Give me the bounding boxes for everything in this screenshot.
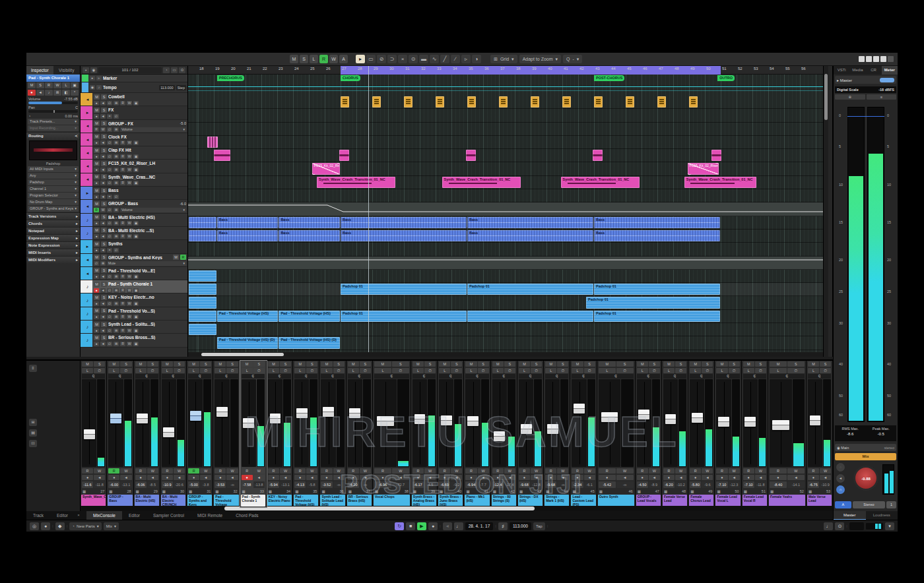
monitor-button[interactable]: ◄ (531, 475, 542, 480)
record-enable-button[interactable]: ● (188, 475, 199, 480)
monitor-button[interactable]: ◄ (174, 475, 185, 480)
split-tool-icon[interactable]: ⊘ (377, 55, 386, 63)
pan-control[interactable]: C (572, 374, 595, 379)
play-button[interactable]: ▶ (417, 522, 426, 530)
mixer-menu-icon[interactable]: ≡ (29, 365, 37, 372)
track-row-br-serious-bross-s[interactable]: ♪MSBR - Serious Bross...S)●◄∅⊞RW▣ (81, 334, 187, 347)
channel-name[interactable]: Female Lead Vocal R (742, 495, 767, 506)
channel-strip-29[interactable]: MSL∅CRW●◄-6.06-8.5▦29BA - Multi Electric… (134, 361, 160, 507)
clip-padshop-01[interactable]: Padshop 01 (594, 311, 720, 322)
fader-handle[interactable] (665, 414, 676, 424)
clip-notes[interactable] (372, 96, 381, 107)
listen-button[interactable]: L (294, 368, 306, 373)
meter-hold-icon[interactable]: ≡ (867, 94, 897, 100)
track-row-cowbell[interactable]: ◂MSCowbell●◄∅⊞RW▣ (81, 93, 187, 106)
fader-handle[interactable] (110, 414, 121, 423)
freeze-icon[interactable]: ▣ (133, 301, 139, 306)
record-enable-button[interactable]: ● (599, 475, 616, 480)
track-row-ba-multi-electric-hs[interactable]: ♪MSBA - Multi Electric (HS)●◄∅⊞RW▣ (81, 214, 187, 227)
mute-button[interactable]: M (294, 361, 306, 367)
routing-channel-1[interactable]: Channel 1▾ (28, 186, 79, 192)
write-automation-button[interactable]: W (424, 468, 436, 474)
write-automation-button[interactable]: W (820, 468, 831, 474)
write-automation-button[interactable]: W (253, 468, 265, 474)
fader-handle[interactable] (84, 429, 95, 439)
fader[interactable] (162, 379, 176, 467)
write-automation-button[interactable]: W (755, 468, 766, 474)
automation-m-button[interactable]: M (173, 255, 179, 260)
track-row-fc15-kit-02-riser-lh[interactable]: ◂MSFC15_Kit_02_Riser_LH●◄∅⊞RW▣ (81, 160, 187, 173)
erase-tool-icon[interactable]: × (398, 55, 407, 63)
channel-strip-30[interactable]: MSL∅CRW●◄-10.9-20.6▦30BA - Multi Electri… (160, 361, 187, 507)
freeze-icon[interactable]: ▣ (133, 315, 139, 319)
listen-button[interactable]: L (268, 368, 279, 373)
audio-activity-icon[interactable]: ◎ (30, 522, 39, 530)
routing-group-synths-and-keys[interactable]: GROUP - Synths and Keys▾ (28, 206, 79, 212)
track-row-clap-fx-hit[interactable]: ◂MSClap FX Hit●◄∅⊞RW▣ (81, 146, 187, 160)
arrangement-vertical-scrollbar[interactable] (823, 66, 828, 357)
monitor-button[interactable]: ◄ (787, 475, 805, 480)
clip-notes[interactable] (594, 96, 603, 107)
mute-button[interactable]: M (439, 361, 450, 367)
write-automation-button[interactable]: W (127, 274, 132, 279)
punch-points-icon[interactable]: ◆ (55, 522, 65, 530)
read-automation-button[interactable]: R (120, 154, 125, 159)
grid-type-dropdown[interactable]: Adapt to Zoom▾ (519, 55, 561, 63)
fader-handle[interactable] (521, 424, 532, 434)
monitor-button[interactable]: ◄ (100, 195, 106, 199)
record-enable-button[interactable]: ● (94, 195, 99, 199)
read-automation-button[interactable]: R (348, 468, 359, 474)
channel-name[interactable]: Female Chorus Lead (689, 495, 713, 506)
tab-editor[interactable]: Editor (122, 511, 147, 520)
read-automation-button[interactable]: R (439, 468, 450, 474)
mute-button[interactable]: M (321, 361, 332, 367)
listen-button[interactable]: L (716, 368, 727, 373)
track-row-key-noisy-electr-no[interactable]: ♪MSKEY - Noisy Electr...no●◄∅⊞RW▣ (81, 293, 187, 307)
write-automation-button[interactable]: W (127, 181, 132, 185)
bypass-icon[interactable]: ∅ (107, 168, 112, 172)
clip-pad[interactable] (189, 324, 216, 335)
inspector-icon-4[interactable]: ◧ (62, 90, 70, 96)
mute-button[interactable]: M (135, 361, 147, 367)
mute-button[interactable]: M (599, 361, 616, 367)
tab-master[interactable]: Master (834, 511, 866, 520)
write-automation-button[interactable]: W (200, 468, 211, 474)
clip-bass[interactable]: Bass (341, 217, 467, 228)
channel-name[interactable]: Strings - Mark 1 (HS) (544, 495, 569, 506)
fader[interactable] (439, 379, 453, 467)
channel-strip-42[interactable]: MSL∅CRW●◄-12.4-17.4▦42Strings - 80 Strin… (491, 361, 517, 507)
channel-strip-33[interactable]: MSL∅CRW●◄-7.58-13.8▦33Pad - Synth Choral… (240, 361, 267, 507)
tab-chord-pads[interactable]: Chord Pads (229, 511, 265, 520)
monitor-button[interactable]: ◄ (584, 475, 595, 480)
freeze-icon[interactable]: ▣ (133, 101, 139, 106)
clip-bass[interactable]: Bass (279, 217, 340, 228)
solo-button[interactable]: S (675, 361, 686, 367)
bypass-icon[interactable]: ∅ (107, 221, 112, 226)
mute-button[interactable]: M (94, 322, 100, 327)
channel-settings-icon[interactable]: ⊞ (114, 168, 119, 172)
channel-name[interactable]: Female Lead Vocal L (715, 495, 740, 506)
clip-stripes[interactable] (207, 137, 218, 148)
line-tool-icon[interactable]: ∕ (451, 55, 460, 63)
left-zone-toggle-icon[interactable] (859, 56, 865, 62)
clip-bass[interactable] (189, 230, 216, 241)
solo-button[interactable]: S (702, 361, 713, 367)
read-automation-button[interactable]: R (743, 468, 754, 474)
record-enable-button[interactable]: ● (94, 274, 99, 279)
monitor-button[interactable]: ◄ (100, 181, 106, 185)
color-tool-icon[interactable]: ◑ (472, 55, 481, 63)
pan-control[interactable]: C (135, 374, 158, 379)
clip-pad[interactable] (189, 270, 216, 282)
read-automation-button[interactable]: R (545, 468, 556, 474)
solo-button[interactable]: S (820, 361, 831, 367)
bypass-icon[interactable]: ∅ (107, 181, 112, 185)
channel-name[interactable]: Female Yeahs (769, 495, 805, 506)
fader-handle[interactable] (377, 416, 394, 426)
record-enable-button[interactable]: ● (94, 154, 99, 159)
track-row-group-synths-and-keys[interactable]: ◂MSGROUP - Synths and KeysMR∅⊞Mute▾ (81, 254, 187, 267)
bypass-icon[interactable]: ∅ (451, 368, 462, 373)
channel-name[interactable]: Pad - Threshold Voltage [REVERSE] (214, 495, 238, 506)
clip-padshop-01[interactable]: Padshop 01 (586, 297, 720, 308)
monitor-button[interactable]: ◄ (100, 114, 106, 119)
bypass-icon[interactable]: ∅ (360, 368, 371, 373)
